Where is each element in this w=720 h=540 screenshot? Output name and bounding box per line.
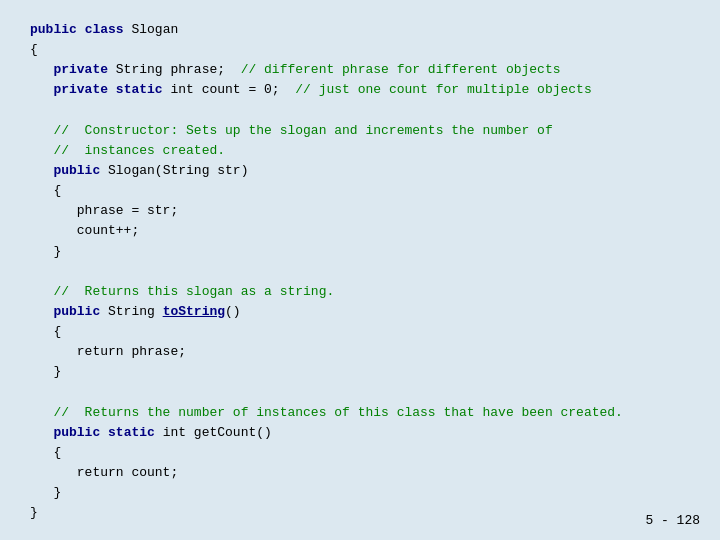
line-comment-constructor-1: // Constructor: Sets up the slogan and i…	[30, 121, 690, 141]
line-comment-constructor-2: // instances created.	[30, 141, 690, 161]
line-blank-3	[30, 383, 690, 403]
line-comment-tostring: // Returns this slogan as a string.	[30, 282, 690, 302]
line-constructor-open: {	[30, 181, 690, 201]
line-open-brace: {	[30, 40, 690, 60]
code-block: public class Slogan { private String phr…	[0, 0, 720, 540]
kw-class: class	[85, 22, 124, 37]
line-blank-2	[30, 262, 690, 282]
line-return-phrase: return phrase;	[30, 342, 690, 362]
line-phrase-field: private String phrase; // different phra…	[30, 60, 690, 80]
slide-number: 5 - 128	[645, 513, 700, 528]
line-getcount-sig: public static int getCount()	[30, 423, 690, 443]
line-tostring-sig: public String toString()	[30, 302, 690, 322]
line-class-close: }	[30, 503, 690, 523]
line-phrase-assign: phrase = str;	[30, 201, 690, 221]
line-class-decl: public class Slogan	[30, 20, 690, 40]
line-count-increment: count++;	[30, 221, 690, 241]
line-getcount-close: }	[30, 483, 690, 503]
line-count-field: private static int count = 0; // just on…	[30, 80, 690, 100]
line-tostring-open: {	[30, 322, 690, 342]
line-tostring-close: }	[30, 362, 690, 382]
line-constructor-close: }	[30, 242, 690, 262]
kw-public: public	[30, 22, 77, 37]
line-constructor-sig: public Slogan(String str)	[30, 161, 690, 181]
line-comment-getcount: // Returns the number of instances of th…	[30, 403, 690, 423]
line-blank-1	[30, 101, 690, 121]
line-return-count: return count;	[30, 463, 690, 483]
line-getcount-open: {	[30, 443, 690, 463]
